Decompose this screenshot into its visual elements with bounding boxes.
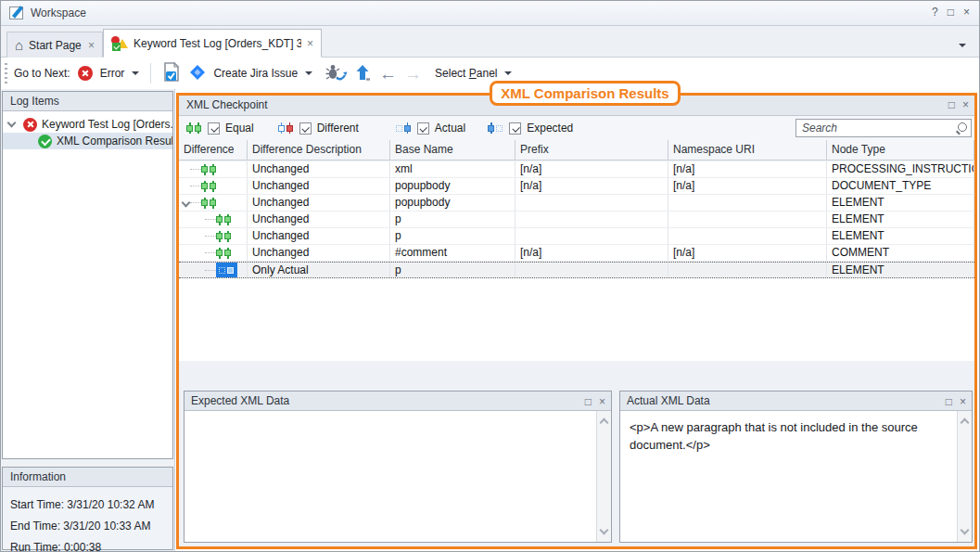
- row-expander-icon[interactable]: [182, 199, 191, 208]
- node-type-cell[interactable]: ELEMENT: [827, 195, 974, 211]
- node-type-cell[interactable]: ELEMENT: [827, 228, 974, 244]
- namespace-uri-cell[interactable]: [668, 195, 827, 211]
- expander-icon[interactable]: [7, 119, 17, 128]
- table-row[interactable]: Unchangedpopupbody[n/a][n/a]DOCUMENT_TYP…: [179, 178, 974, 195]
- prefix-cell[interactable]: [515, 228, 668, 244]
- base-name-cell[interactable]: p: [390, 212, 515, 227]
- back-arrow-icon[interactable]: ←: [379, 65, 397, 83]
- node-type-cell[interactable]: COMMENT: [827, 245, 974, 261]
- prefix-cell[interactable]: [n/a]: [515, 178, 668, 194]
- base-name-cell[interactable]: p: [390, 228, 515, 244]
- table-row[interactable]: Unchangedxml[n/a][n/a]PROCESSING_INSTRUC…: [179, 161, 974, 178]
- node-type-cell[interactable]: DOCUMENT_TYPE: [827, 178, 974, 194]
- node-type-cell[interactable]: ELEMENT: [827, 263, 974, 277]
- namespace-uri-cell[interactable]: [668, 212, 827, 227]
- base-name-cell[interactable]: p: [390, 263, 515, 277]
- column-prefix[interactable]: Prefix: [515, 140, 668, 160]
- create-jira-issue-button[interactable]: Create Jira Issue: [213, 67, 298, 80]
- tab-start-page[interactable]: ⌂ Start Page ×: [6, 32, 103, 58]
- up-one-level-icon[interactable]: [355, 63, 372, 84]
- close-panel-button[interactable]: ×: [962, 96, 969, 115]
- prefix-cell[interactable]: [515, 195, 668, 211]
- go-to-next-error-button[interactable]: Error: [100, 67, 125, 80]
- close-panel-button[interactable]: ×: [599, 392, 605, 411]
- table-row[interactable]: UnchangedpELEMENT: [179, 212, 974, 228]
- tab-list-dropdown-icon[interactable]: [959, 44, 966, 47]
- namespace-uri-cell[interactable]: [668, 263, 827, 277]
- chevron-down-icon[interactable]: [132, 71, 139, 75]
- search-icon[interactable]: [956, 122, 967, 134]
- table-row[interactable]: UnchangedpELEMENT: [179, 228, 974, 245]
- close-button[interactable]: ×: [963, 6, 970, 19]
- namespace-uri-cell[interactable]: [n/a]: [668, 245, 827, 261]
- column-node-type[interactable]: Node Type: [827, 140, 974, 160]
- description-cell[interactable]: Unchanged: [248, 228, 390, 244]
- prefix-cell[interactable]: [515, 212, 668, 227]
- node-type-cell[interactable]: ELEMENT: [827, 212, 974, 227]
- close-icon[interactable]: ×: [88, 39, 95, 52]
- namespace-uri-cell[interactable]: [668, 228, 827, 244]
- node-type-cell[interactable]: PROCESSING_INSTRUCTION: [827, 161, 974, 177]
- namespace-uri-cell[interactable]: [n/a]: [668, 178, 827, 194]
- base-name-cell[interactable]: popupbody: [390, 195, 515, 211]
- base-name-cell[interactable]: xml: [390, 161, 515, 177]
- scrollbar[interactable]: [957, 411, 972, 542]
- scroll-down-icon[interactable]: [961, 526, 970, 535]
- table-row[interactable]: Only ActualpELEMENT: [179, 262, 974, 278]
- difference-cell[interactable]: [179, 178, 248, 194]
- tab-keyword-test-log[interactable]: Keyword Test Log [Orders_KDT] 3/... ×: [103, 29, 322, 58]
- base-name-cell[interactable]: popupbody: [390, 178, 515, 194]
- prefix-cell[interactable]: [n/a]: [515, 161, 668, 177]
- scroll-up-icon[interactable]: [961, 418, 970, 428]
- expected-xml-content[interactable]: [185, 411, 596, 542]
- close-panel-button[interactable]: ×: [960, 392, 966, 411]
- actual-checkbox[interactable]: [417, 122, 429, 135]
- success-status-icon: [38, 135, 52, 148]
- tree-item-keyword-test-log[interactable]: Keyword Test Log [Orders...: [3, 116, 172, 133]
- different-checkbox[interactable]: [299, 122, 312, 135]
- difference-cell[interactable]: [179, 245, 248, 261]
- maximize-panel-button[interactable]: □: [948, 96, 955, 115]
- maximize-panel-button[interactable]: □: [585, 392, 592, 411]
- base-name-cell[interactable]: #comment: [390, 245, 515, 261]
- difference-cell[interactable]: [179, 228, 248, 244]
- scroll-up-icon[interactable]: [600, 418, 609, 428]
- table-row[interactable]: UnchangedpopupbodyELEMENT: [179, 195, 974, 212]
- actual-xml-content[interactable]: <p>A new paragraph that is not included …: [620, 411, 957, 542]
- tree-item-xml-comparison-results[interactable]: XML Comparison Resul...: [3, 133, 172, 149]
- column-namespace-uri[interactable]: Namespace URI: [668, 140, 827, 160]
- description-cell[interactable]: Unchanged: [248, 245, 390, 261]
- select-panel-button[interactable]: Select Panel: [435, 67, 497, 80]
- description-cell[interactable]: Unchanged: [248, 212, 390, 227]
- column-base-name[interactable]: Base Name: [390, 140, 515, 160]
- help-button[interactable]: ?: [932, 6, 938, 19]
- equal-checkbox[interactable]: [208, 122, 220, 135]
- chevron-down-icon[interactable]: [305, 71, 312, 75]
- namespace-uri-cell[interactable]: [n/a]: [668, 161, 827, 177]
- description-cell[interactable]: Unchanged: [248, 161, 390, 177]
- difference-cell[interactable]: [179, 161, 248, 177]
- close-icon[interactable]: ×: [307, 37, 313, 50]
- chevron-down-icon[interactable]: [504, 71, 512, 75]
- run-test-icon[interactable]: [325, 63, 348, 84]
- column-difference-description[interactable]: Difference Description: [248, 140, 390, 160]
- column-difference[interactable]: Difference: [179, 140, 248, 160]
- maximize-panel-button[interactable]: □: [946, 392, 952, 411]
- difference-cell[interactable]: [179, 212, 248, 227]
- prefix-cell[interactable]: [515, 263, 668, 277]
- search-input[interactable]: [795, 119, 972, 137]
- description-cell[interactable]: Unchanged: [248, 178, 390, 194]
- expected-checkbox[interactable]: [509, 122, 521, 135]
- description-cell[interactable]: Only Actual: [248, 263, 390, 277]
- table-row[interactable]: Unchanged#comment[n/a][n/a]COMMENT: [179, 245, 974, 262]
- scrollbar[interactable]: [596, 411, 611, 542]
- difference-cell[interactable]: [179, 263, 248, 277]
- difference-cell[interactable]: [179, 195, 248, 211]
- prefix-cell[interactable]: [n/a]: [515, 245, 668, 261]
- toolbar-grip[interactable]: [5, 63, 7, 83]
- checkpoint-details-icon[interactable]: [162, 61, 182, 85]
- scroll-down-icon[interactable]: [600, 526, 609, 535]
- maximize-button[interactable]: □: [948, 6, 954, 19]
- jira-icon[interactable]: [189, 64, 206, 83]
- description-cell[interactable]: Unchanged: [248, 195, 390, 211]
